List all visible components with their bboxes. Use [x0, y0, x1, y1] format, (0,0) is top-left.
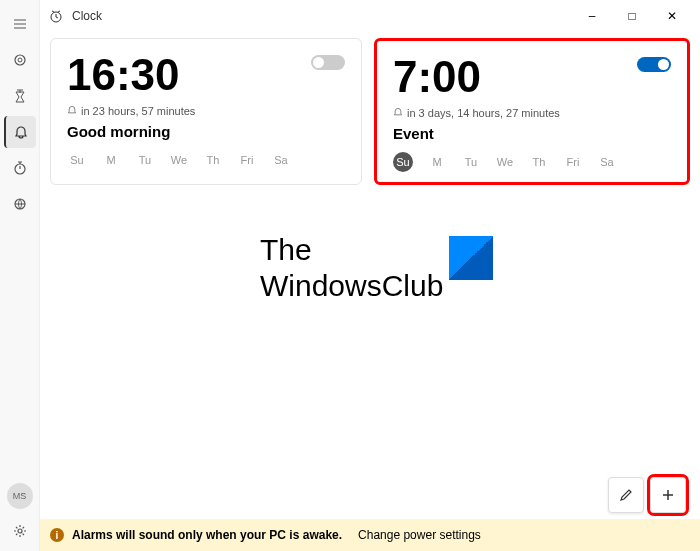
alarm-toggle[interactable]	[637, 57, 671, 72]
window-controls: – □ ✕	[572, 2, 692, 30]
change-power-settings-link[interactable]: Change power settings	[358, 528, 481, 542]
alarm-days: Su M Tu We Th Fri Sa	[67, 150, 345, 170]
sidebar: MS	[0, 0, 40, 551]
day-m[interactable]: M	[427, 152, 447, 172]
day-su[interactable]: Su	[67, 150, 87, 170]
svg-point-4	[18, 529, 22, 533]
alarm-days: Su M Tu We Th Fri Sa	[393, 152, 671, 172]
alarm-toggle[interactable]	[311, 55, 345, 70]
alarm-icon[interactable]	[4, 116, 36, 148]
day-we[interactable]: We	[495, 152, 515, 172]
close-button[interactable]: ✕	[652, 2, 692, 30]
alarm-time: 7:00	[393, 55, 671, 99]
hamburger-icon[interactable]	[4, 8, 36, 40]
stopwatch-icon[interactable]	[4, 152, 36, 184]
alarm-subtext: in 23 hours, 57 minutes	[67, 105, 345, 117]
alarm-card[interactable]: 16:30 in 23 hours, 57 minutes Good morni…	[50, 38, 362, 185]
edit-button[interactable]	[608, 477, 644, 513]
worldclock-icon[interactable]	[4, 188, 36, 220]
svg-point-0	[15, 55, 25, 65]
day-fr[interactable]: Fri	[237, 150, 257, 170]
svg-point-1	[18, 58, 22, 62]
alarm-name: Event	[393, 125, 671, 142]
alarm-card-selected[interactable]: 7:00 in 3 days, 14 hours, 27 minutes Eve…	[374, 38, 690, 185]
focus-icon[interactable]	[4, 44, 36, 76]
day-we[interactable]: We	[169, 150, 189, 170]
day-sa[interactable]: Sa	[271, 150, 291, 170]
bell-icon	[393, 107, 403, 119]
add-button[interactable]	[650, 477, 686, 513]
timer-icon[interactable]	[4, 80, 36, 112]
watermark: The WindowsClub	[260, 232, 493, 304]
day-sa[interactable]: Sa	[597, 152, 617, 172]
infobar: i Alarms will sound only when your PC is…	[40, 519, 700, 551]
watermark-text: The WindowsClub	[260, 232, 443, 304]
bell-icon	[67, 105, 77, 117]
day-tu[interactable]: Tu	[461, 152, 481, 172]
alarm-time: 16:30	[67, 53, 345, 97]
alarms-row: 16:30 in 23 hours, 57 minutes Good morni…	[50, 38, 690, 185]
fab-row	[608, 477, 686, 513]
maximize-button[interactable]: □	[612, 2, 652, 30]
day-th[interactable]: Th	[203, 150, 223, 170]
day-tu[interactable]: Tu	[135, 150, 155, 170]
settings-icon[interactable]	[4, 515, 36, 547]
app-title: Clock	[72, 9, 102, 23]
minimize-button[interactable]: –	[572, 2, 612, 30]
content: 16:30 in 23 hours, 57 minutes Good morni…	[40, 32, 700, 551]
day-fr[interactable]: Fri	[563, 152, 583, 172]
app-icon	[48, 8, 64, 24]
watermark-logo-icon	[449, 236, 493, 280]
alarm-subtext: in 3 days, 14 hours, 27 minutes	[393, 107, 671, 119]
infobar-text: Alarms will sound only when your PC is a…	[72, 528, 342, 542]
main: Clock – □ ✕ 16:30 in 23 hours, 57 minute…	[40, 0, 700, 551]
day-th[interactable]: Th	[529, 152, 549, 172]
avatar[interactable]: MS	[7, 483, 33, 509]
day-su[interactable]: Su	[393, 152, 413, 172]
info-icon: i	[50, 528, 64, 542]
titlebar: Clock – □ ✕	[40, 0, 700, 32]
alarm-name: Good morning	[67, 123, 345, 140]
day-m[interactable]: M	[101, 150, 121, 170]
